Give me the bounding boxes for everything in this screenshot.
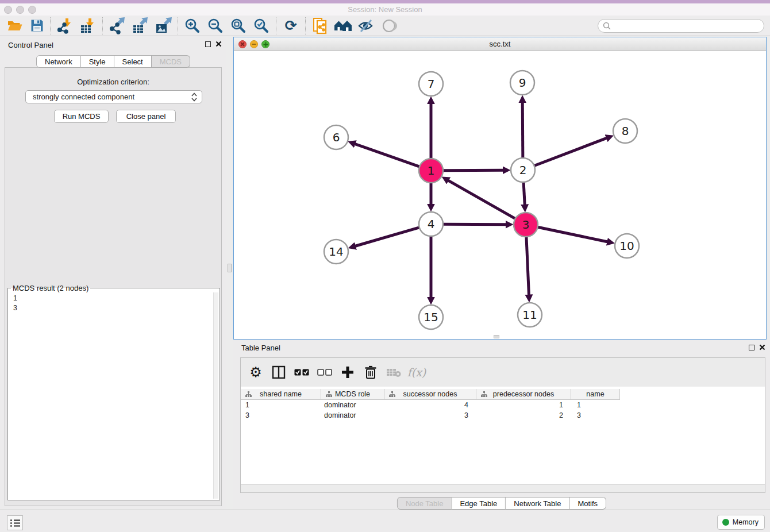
mcds-result-group: MCDS result (2 nodes) 1 3 bbox=[7, 284, 220, 500]
import-table-button[interactable] bbox=[76, 17, 99, 35]
optimization-criterion-select[interactable]: strongly connected component bbox=[25, 90, 202, 103]
zoom-in-icon bbox=[184, 18, 201, 34]
float-panel-icon[interactable] bbox=[749, 345, 754, 350]
result-scrollbar[interactable] bbox=[213, 292, 218, 499]
export-network-icon bbox=[109, 17, 126, 34]
cell-successor-nodes[interactable]: 4 bbox=[384, 400, 476, 410]
gear-icon: ⚙ bbox=[249, 365, 262, 379]
cell-shared-name[interactable]: 3 bbox=[241, 410, 321, 421]
cell-mcds-role[interactable]: dominator bbox=[321, 400, 384, 410]
edge-2-3[interactable] bbox=[523, 182, 525, 205]
node-label-2: 2 bbox=[519, 163, 527, 177]
network-frame-titlebar[interactable]: scc.txt bbox=[234, 37, 766, 51]
tab-node-table[interactable]: Node Table bbox=[397, 497, 452, 510]
column-header-name[interactable]: name bbox=[571, 389, 620, 400]
zoom-out-button[interactable] bbox=[204, 17, 227, 35]
tab-network-table[interactable]: Network Table bbox=[506, 497, 569, 510]
close-panel-button[interactable]: Close panel bbox=[116, 110, 176, 123]
frame-resize-grip[interactable] bbox=[494, 335, 499, 338]
hierarchy-icon bbox=[389, 391, 395, 398]
float-panel-icon[interactable] bbox=[205, 41, 211, 47]
toolbar-separator bbox=[305, 17, 306, 34]
tab-edge-table[interactable]: Edge Table bbox=[452, 497, 506, 510]
import-network-button[interactable] bbox=[53, 17, 76, 35]
fit-content-button[interactable] bbox=[227, 17, 250, 35]
cell-predecessor-nodes[interactable]: 2 bbox=[476, 410, 571, 421]
cell-successor-nodes[interactable]: 3 bbox=[384, 410, 476, 421]
node-label-11: 11 bbox=[522, 308, 537, 322]
toolbar-separator bbox=[276, 17, 276, 34]
refresh-button[interactable]: ⟳ bbox=[279, 17, 302, 35]
export-image-icon bbox=[155, 17, 172, 34]
home-view-button[interactable] bbox=[332, 17, 355, 35]
export-image-button[interactable] bbox=[152, 17, 175, 35]
save-session-button[interactable] bbox=[26, 17, 47, 35]
result-line: 3 bbox=[13, 303, 214, 313]
table-row[interactable]: 3 dominator 3 2 3 bbox=[241, 410, 765, 421]
delete-row-button[interactable] bbox=[360, 362, 381, 383]
table-horizontal-scrollbar[interactable] bbox=[241, 484, 765, 492]
table-settings-button[interactable]: ⚙ bbox=[245, 362, 266, 383]
zoom-selected-icon bbox=[253, 18, 270, 34]
cell-shared-name[interactable]: 1 bbox=[241, 400, 321, 410]
function-builder-button[interactable]: f(x) bbox=[406, 362, 427, 383]
run-mcds-button[interactable]: Run MCDS bbox=[54, 110, 109, 123]
cell-predecessor-nodes[interactable]: 1 bbox=[476, 400, 571, 410]
node-label-3: 3 bbox=[522, 218, 530, 232]
column-header-shared-name[interactable]: shared name bbox=[241, 389, 321, 400]
edge-1-2[interactable] bbox=[443, 170, 503, 171]
edge-1-6[interactable] bbox=[355, 144, 419, 167]
tab-network[interactable]: Network bbox=[36, 55, 81, 68]
tab-select[interactable]: Select bbox=[114, 55, 152, 68]
edge-3-1[interactable] bbox=[448, 180, 515, 219]
edge-4-3[interactable] bbox=[443, 224, 506, 225]
panel-splitter-handle[interactable] bbox=[228, 264, 232, 272]
checked-boxes-icon bbox=[294, 369, 309, 376]
task-history-button[interactable] bbox=[7, 515, 23, 530]
tab-mcds[interactable]: MCDS bbox=[152, 55, 190, 68]
tab-motifs[interactable]: Motifs bbox=[569, 497, 606, 510]
show-column-button[interactable] bbox=[268, 362, 289, 383]
close-panel-icon[interactable] bbox=[215, 41, 222, 47]
control-panel-title: Control Panel bbox=[8, 41, 53, 49]
edge-2-8[interactable] bbox=[534, 138, 607, 165]
edge-4-14[interactable] bbox=[355, 228, 419, 246]
add-row-button[interactable] bbox=[337, 362, 358, 383]
select-all-rows-button[interactable] bbox=[291, 362, 312, 383]
open-file-button[interactable] bbox=[3, 17, 26, 35]
edge-3-10[interactable] bbox=[538, 227, 608, 242]
node-label-7: 7 bbox=[428, 77, 435, 91]
tab-style[interactable]: Style bbox=[81, 55, 114, 68]
cell-name[interactable]: 3 bbox=[571, 410, 620, 421]
table-row[interactable]: 1 dominator 4 1 1 bbox=[241, 400, 765, 410]
export-table-button[interactable] bbox=[129, 17, 152, 35]
clone-network-button[interactable] bbox=[309, 17, 332, 35]
mcds-result-text[interactable]: 1 3 bbox=[9, 292, 219, 499]
node-table-container: ⚙ bbox=[240, 357, 765, 493]
cell-name[interactable]: 1 bbox=[571, 400, 620, 410]
memory-button[interactable]: Memory bbox=[717, 515, 765, 530]
show-graphics-details-button[interactable] bbox=[378, 17, 401, 35]
search-input[interactable] bbox=[611, 20, 764, 32]
column-header-successor-nodes[interactable]: successor nodes bbox=[384, 389, 476, 400]
delete-table-button[interactable] bbox=[383, 362, 404, 383]
hide-graphics-details-button[interactable] bbox=[355, 17, 378, 35]
column-header-predecessor-nodes[interactable]: predecessor nodes bbox=[476, 389, 571, 400]
export-network-button[interactable] bbox=[106, 17, 129, 35]
zoom-selected-button[interactable] bbox=[250, 17, 273, 35]
edge-3-11[interactable] bbox=[526, 237, 529, 295]
column-header-mcds-role[interactable]: MCDS role bbox=[321, 389, 384, 400]
close-panel-icon[interactable] bbox=[759, 344, 765, 350]
fit-content-icon bbox=[230, 18, 247, 34]
cell-mcds-role[interactable]: dominator bbox=[321, 410, 384, 421]
network-canvas[interactable]: 7968124314101511 bbox=[234, 51, 766, 339]
save-icon bbox=[30, 19, 44, 32]
search-field[interactable] bbox=[598, 19, 764, 33]
edge-2-9[interactable] bbox=[522, 102, 523, 158]
network-view-frame: scc.txt 7968124314101511 bbox=[233, 37, 767, 340]
network-graph[interactable]: 7968124314101511 bbox=[234, 51, 766, 339]
deselect-all-rows-button[interactable] bbox=[314, 362, 335, 383]
node-label-8: 8 bbox=[622, 124, 629, 138]
zoom-in-button[interactable] bbox=[181, 17, 204, 35]
control-panel: Control Panel Network Style Select MCDS … bbox=[0, 36, 226, 510]
